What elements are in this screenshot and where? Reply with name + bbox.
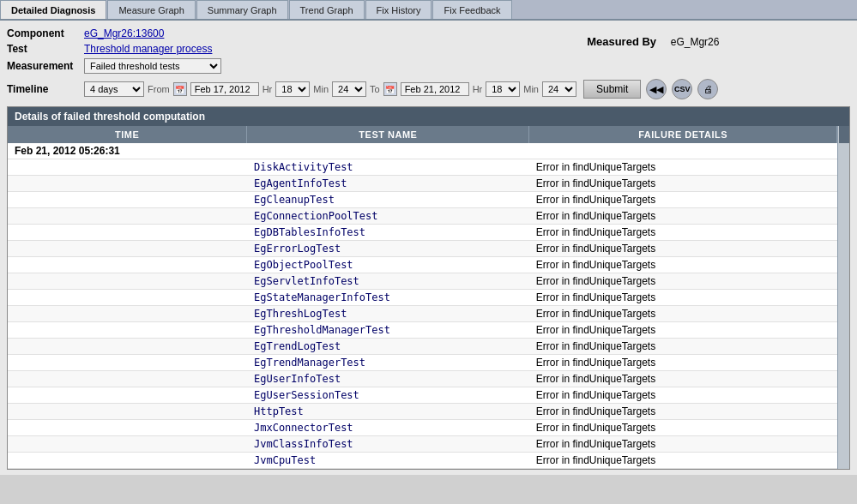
- to-calendar-icon[interactable]: 📅: [383, 82, 397, 96]
- cell-test-name: HttpTest: [247, 404, 529, 420]
- table-row: JmxConnectorTestError in findUniqueTarge…: [8, 420, 837, 436]
- cell-test-name: EgThreshLogTest: [247, 306, 529, 322]
- table-row: HttpTestError in findUniqueTargets: [8, 404, 837, 420]
- table-row: EgErrorLogTestError in findUniqueTargets: [8, 241, 837, 257]
- cell-failure-detail: Error in findUniqueTargets: [529, 404, 837, 420]
- measured-by-label: Measured By: [587, 35, 656, 48]
- cell-failure-detail: Error in findUniqueTargets: [529, 453, 837, 469]
- component-value[interactable]: eG_Mgr26:13600: [84, 26, 456, 41]
- col-header-time: TIME: [8, 126, 247, 143]
- cell-time: [8, 355, 247, 371]
- scrollbar-thumb: [839, 126, 849, 143]
- table-row: EgServletInfoTestError in findUniqueTarg…: [8, 273, 837, 290]
- from-hr-select[interactable]: 18: [275, 81, 310, 97]
- from-min-select[interactable]: 24: [332, 81, 366, 97]
- tab-fix-history[interactable]: Fix History: [365, 0, 432, 19]
- cell-time: [8, 290, 247, 306]
- cell-test-name: EgStateManagerInfoTest: [247, 290, 529, 306]
- cell-time: [8, 387, 247, 404]
- cell-time: [8, 371, 247, 387]
- table-row: EgUserSessionTestError in findUniqueTarg…: [8, 387, 837, 404]
- to-hr-select[interactable]: 18: [486, 81, 520, 97]
- cell-failure-detail: Error in findUniqueTargets: [529, 436, 837, 453]
- cell-failure-detail: Error in findUniqueTargets: [529, 290, 837, 306]
- cell-failure-detail: Error in findUniqueTargets: [529, 355, 837, 371]
- hr-label-from: Hr: [263, 84, 273, 94]
- cell-test-name: JmxConnectorTest: [247, 420, 529, 436]
- table-row: EgCleanupTestError in findUniqueTargets: [8, 192, 837, 208]
- cell-test-name: EgUserSessionTest: [247, 387, 529, 404]
- cell-time: [8, 257, 247, 273]
- table-row: JvmClassInfoTestError in findUniqueTarge…: [8, 436, 837, 453]
- cell-test-name: EgThresholdManagerTest: [247, 322, 529, 339]
- main-content: Component eG_Mgr26:13600 Measured By eG_…: [0, 21, 857, 475]
- cell-failure-detail: Error in findUniqueTargets: [529, 387, 837, 404]
- cell-test-name: EgTrendManagerTest: [247, 355, 529, 371]
- from-label: From: [148, 84, 170, 94]
- prev-icon[interactable]: ◀◀: [646, 79, 667, 99]
- table-row: EgDBTablesInfoTestError in findUniqueTar…: [8, 225, 837, 241]
- from-calendar-icon[interactable]: 📅: [173, 82, 187, 96]
- cell-test-name: EgObjectPoolTest: [247, 257, 529, 273]
- table-row: EgAgentInfoTestError in findUniqueTarget…: [8, 176, 837, 192]
- date-group-row: Feb 21, 2012 05:26:31: [8, 143, 837, 159]
- tab-bar: Detailed Diagnosis Measure Graph Summary…: [0, 0, 857, 21]
- cell-time: [8, 159, 247, 176]
- component-label: Component: [7, 26, 84, 41]
- timeline-row: 4 days From 📅 Hr 18 Min 24 To 📅: [84, 77, 850, 101]
- cell-test-name: EgServletInfoTest: [247, 273, 529, 290]
- table-row: EgObjectPoolTestError in findUniqueTarge…: [8, 257, 837, 273]
- cell-failure-detail: Error in findUniqueTargets: [529, 420, 837, 436]
- measured-by-value: eG_Mgr26: [671, 36, 720, 48]
- cell-test-name: EgAgentInfoTest: [247, 176, 529, 192]
- cell-time: [8, 453, 247, 469]
- tab-measure-graph[interactable]: Measure Graph: [107, 0, 195, 19]
- tab-trend-graph[interactable]: Trend Graph: [289, 0, 365, 19]
- submit-button[interactable]: Submit: [583, 80, 641, 99]
- test-label: Test: [7, 41, 84, 57]
- from-date-input[interactable]: [190, 82, 259, 96]
- table-row: EgUserInfoTestError in findUniqueTargets: [8, 371, 837, 387]
- min-label-to: Min: [523, 84, 539, 94]
- timeline-days-select[interactable]: 4 days: [84, 81, 144, 97]
- cell-failure-detail: Error in findUniqueTargets: [529, 192, 837, 208]
- cell-time: [8, 306, 247, 322]
- cell-failure-detail: Error in findUniqueTargets: [529, 306, 837, 322]
- print-icon[interactable]: 🖨: [697, 79, 718, 99]
- table-row: EgTrendLogTestError in findUniqueTargets: [8, 339, 837, 355]
- cell-failure-detail: Error in findUniqueTargets: [529, 339, 837, 355]
- cell-failure-detail: Error in findUniqueTargets: [529, 257, 837, 273]
- table-container: TIME TEST NAME FAILURE DETAILS Feb 21, 2…: [8, 126, 849, 469]
- cell-time: [8, 192, 247, 208]
- data-table: TIME TEST NAME FAILURE DETAILS Feb 21, 2…: [8, 126, 837, 469]
- col-header-test: TEST NAME: [247, 126, 529, 143]
- table-row: EgThresholdManagerTestError in findUniqu…: [8, 322, 837, 339]
- cell-test-name: EgDBTablesInfoTest: [247, 225, 529, 241]
- table-row: EgThreshLogTestError in findUniqueTarget…: [8, 306, 837, 322]
- tab-summary-graph[interactable]: Summary Graph: [196, 0, 288, 19]
- table-row: DiskActivityTestError in findUniqueTarge…: [8, 159, 837, 176]
- test-value[interactable]: Threshold manager process: [84, 41, 456, 57]
- cell-time: [8, 273, 247, 290]
- timeline-label: Timeline: [7, 75, 84, 103]
- to-label: To: [370, 84, 380, 94]
- cell-failure-detail: Error in findUniqueTargets: [529, 159, 837, 176]
- cell-test-name: EgUserInfoTest: [247, 371, 529, 387]
- cell-failure-detail: Error in findUniqueTargets: [529, 241, 837, 257]
- cell-failure-detail: Error in findUniqueTargets: [529, 371, 837, 387]
- table-row: EgConnectionPoolTestError in findUniqueT…: [8, 208, 837, 225]
- cell-failure-detail: Error in findUniqueTargets: [529, 273, 837, 290]
- cell-failure-detail: Error in findUniqueTargets: [529, 225, 837, 241]
- tab-fix-feedback[interactable]: Fix Feedback: [432, 0, 511, 19]
- to-date-input[interactable]: [401, 82, 469, 96]
- cell-time: [8, 225, 247, 241]
- cell-test-name: DiskActivityTest: [247, 159, 529, 176]
- to-min-select[interactable]: 24: [542, 81, 576, 97]
- tab-detailed-diagnosis[interactable]: Detailed Diagnosis: [0, 0, 106, 19]
- measurement-select[interactable]: Failed threshold tests: [84, 58, 221, 74]
- table-section: Details of failed threshold computation …: [7, 106, 850, 470]
- scrollbar[interactable]: [837, 126, 849, 469]
- csv-icon[interactable]: CSV: [672, 79, 692, 99]
- table-header-bar: Details of failed threshold computation: [8, 107, 849, 126]
- cell-failure-detail: Error in findUniqueTargets: [529, 208, 837, 225]
